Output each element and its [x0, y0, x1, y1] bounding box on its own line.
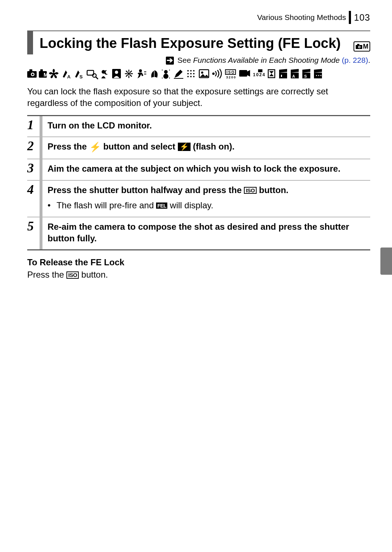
svg-point-51 — [190, 76, 192, 77]
cross-reference: ➔ See Functions Available in Each Shooti… — [27, 56, 370, 65]
header-divider — [349, 11, 351, 24]
svg-rect-64 — [281, 75, 282, 77]
svg-point-12 — [53, 69, 55, 73]
svg-point-42 — [162, 78, 163, 78]
svg-point-49 — [193, 73, 195, 74]
step-heading: Press the ⚡ button and select ⚡ (flash o… — [48, 141, 370, 154]
svg-point-41 — [169, 70, 170, 70]
heading-accent-bar — [27, 31, 33, 54]
arrow-right-icon: ➔ — [166, 57, 174, 65]
svg-point-39 — [163, 74, 168, 79]
mode-m-label: M — [363, 43, 368, 50]
svg-text:S: S — [304, 74, 307, 78]
svg-point-70 — [316, 75, 317, 76]
xref-prefix: See — [177, 56, 193, 64]
svg-point-14 — [55, 72, 58, 74]
svg-rect-5 — [29, 69, 32, 71]
svg-point-54 — [201, 71, 203, 74]
camera-manual-mode-icon: M — [354, 41, 370, 52]
svg-point-71 — [318, 75, 319, 76]
svg-rect-59 — [239, 70, 247, 77]
xref-dot: . — [368, 56, 370, 64]
section-name: Various Shooting Methods — [257, 13, 346, 22]
xref-title: Functions Available in Each Shooting Mod… — [193, 56, 340, 64]
svg-rect-61 — [258, 69, 262, 72]
step-row: 1 Turn on the LCD monitor. — [27, 116, 370, 137]
iso-button-icon: ISO — [66, 271, 79, 279]
svg-point-52 — [193, 76, 195, 77]
step-heading: Turn on the LCD monitor. — [48, 120, 370, 131]
svg-point-24 — [115, 70, 118, 74]
svg-point-25 — [128, 73, 130, 74]
svg-point-3 — [359, 46, 360, 48]
iso-button-icon: ISO — [244, 187, 256, 194]
step-number: 2 — [27, 137, 42, 159]
svg-point-50 — [187, 76, 189, 77]
step-number: 4 — [27, 181, 42, 217]
flash-bolt-icon: ⚡ — [89, 142, 101, 152]
svg-text:A: A — [67, 74, 71, 79]
step-row: 4 Press the shutter button halfway and p… — [27, 181, 370, 217]
svg-line-21 — [96, 77, 98, 79]
release-body: Press the ISO button. — [27, 269, 370, 281]
svg-line-31 — [130, 75, 132, 77]
svg-text:1024: 1024 — [253, 72, 266, 77]
svg-point-38 — [164, 70, 168, 74]
step-bullet: The flash will pre-fire and FEL will dis… — [48, 200, 370, 211]
svg-text:S: S — [79, 74, 83, 79]
svg-text:ISO: ISO — [226, 70, 235, 74]
svg-point-34 — [139, 69, 142, 72]
steps-list: 1 Turn on the LCD monitor. 2 Press the ⚡… — [27, 115, 370, 251]
svg-line-32 — [130, 71, 132, 73]
step-number: 3 — [27, 159, 42, 180]
page-number: 103 — [354, 12, 370, 23]
release-heading: To Release the FE Lock — [27, 256, 370, 269]
svg-text:M: M — [44, 71, 49, 78]
svg-point-40 — [162, 70, 163, 70]
svg-rect-9 — [40, 69, 43, 71]
release-instructions: To Release the FE Lock Press the ISO but… — [27, 256, 370, 281]
svg-text:A: A — [292, 74, 296, 78]
shooting-mode-icon-strip: M A S — [27, 67, 370, 81]
xref-page-link[interactable]: (p. 228) — [342, 56, 368, 64]
page-header: Various Shooting Methods 103 — [27, 11, 370, 24]
svg-point-43 — [169, 78, 170, 78]
step-row: 5 Re-aim the camera to compose the shot … — [27, 217, 370, 250]
svg-rect-62 — [268, 70, 275, 78]
svg-point-46 — [193, 70, 195, 71]
svg-point-7 — [32, 73, 34, 75]
fel-indicator-icon: FEL — [156, 203, 167, 209]
mode-indicator: M — [354, 41, 370, 52]
svg-point-13 — [49, 72, 53, 74]
svg-line-33 — [126, 75, 128, 77]
svg-point-72 — [320, 75, 322, 76]
heading-title: Locking the Flash Exposure Setting (FE L… — [40, 31, 354, 54]
step-heading: Aim the camera at the subject on which y… — [48, 163, 370, 175]
svg-rect-63 — [279, 73, 287, 78]
svg-text:3200: 3200 — [226, 75, 236, 79]
step-heading: Re-aim the camera to compose the shot as… — [48, 221, 370, 245]
svg-point-45 — [190, 70, 192, 71]
svg-rect-1 — [357, 44, 359, 45]
section-heading: Locking the Flash Exposure Setting (FE L… — [27, 30, 370, 54]
flash-on-icon: ⚡ — [178, 143, 191, 151]
step-number: 1 — [27, 116, 42, 136]
svg-point-55 — [213, 73, 214, 74]
intro-paragraph: You can lock the flash exposure so that … — [27, 86, 370, 109]
step-number: 5 — [27, 217, 42, 250]
page-edge-tab — [380, 248, 392, 275]
step-heading: Press the shutter button halfway and pre… — [48, 184, 370, 196]
svg-line-30 — [126, 71, 128, 73]
svg-point-48 — [190, 73, 192, 74]
step-row: 3 Aim the camera at the subject on which… — [27, 159, 370, 180]
svg-point-44 — [187, 70, 189, 71]
svg-point-47 — [187, 73, 189, 74]
step-row: 2 Press the ⚡ button and select ⚡ (flash… — [27, 137, 370, 159]
